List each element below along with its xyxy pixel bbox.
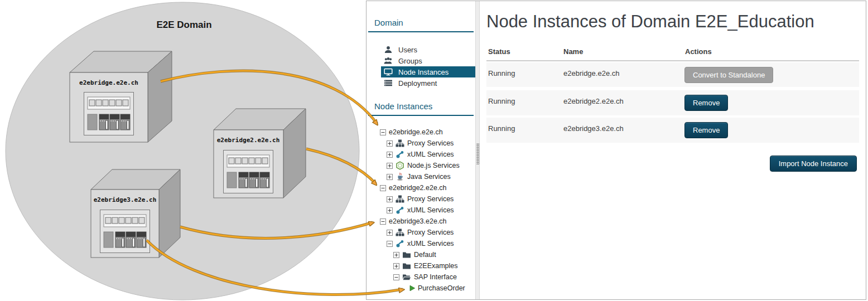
sidebar-item-label: Users [398, 46, 417, 54]
deployment-icon [384, 79, 393, 88]
node-instances-tree: e2ebridge.e2e.ch Proxy Services xUML Ser… [367, 127, 475, 294]
collapse-icon[interactable] [380, 185, 386, 191]
proxy-services-icon [396, 228, 404, 237]
tree-item-label: Node.js Services [407, 162, 460, 169]
tree-item-xuml-services[interactable]: xUML Services [367, 238, 475, 249]
convert-to-standalone-button[interactable]: Convert to Standalone [684, 67, 773, 83]
expand-icon[interactable] [393, 252, 399, 258]
tree-item-folder-default[interactable]: Default [367, 249, 475, 260]
expand-icon[interactable] [393, 263, 399, 269]
main-content: Node Instances of Domain E2E_Education S… [480, 1, 866, 299]
table-row: Running e2ebridge.e2e.ch Convert to Stan… [486, 62, 859, 87]
collapse-icon[interactable] [387, 241, 393, 247]
tree-item-label: E2EExamples [414, 262, 458, 270]
tree-item-label: e2ebridge.e2e.ch [389, 128, 443, 136]
tree-item-label: Java Services [407, 173, 451, 181]
collapse-icon[interactable] [380, 219, 386, 225]
tree-item-label: xUML Services [407, 240, 454, 247]
expand-icon[interactable] [387, 207, 393, 213]
tree-item-label: Proxy Services [407, 229, 454, 236]
table-header-divider [486, 60, 859, 61]
expand-icon[interactable] [387, 230, 393, 236]
proxy-services-icon [396, 195, 404, 203]
tree-item-proxy-services[interactable]: Proxy Services [367, 227, 475, 238]
column-header-actions: Actions [685, 47, 712, 56]
tree-item-label: SAP Interface [414, 273, 457, 281]
remove-button[interactable]: Remove [684, 122, 728, 138]
tree-item-label: Proxy Services [407, 195, 454, 203]
expand-icon[interactable] [387, 196, 393, 202]
tree-item-label: PurchaseOrder [418, 284, 465, 292]
sidebar: Domain Users Groups Node Instances Dep [367, 1, 475, 299]
folder-icon [402, 261, 411, 270]
server-box-3: e2ebridge3.e2e.ch [91, 169, 180, 258]
screenshot-stage: E2E Domain e2ebridge.e2e.ch e2ebridge2.e… [0, 0, 868, 301]
server-box-1: e2ebridge.e2e.ch [70, 51, 172, 142]
expand-icon[interactable] [387, 163, 393, 169]
domain-menu: Users Groups Node Instances Deployment [381, 44, 475, 89]
sidebar-item-label: Groups [398, 57, 422, 65]
domain-diagram-title: E2E Domain [156, 20, 211, 30]
server-box-2-label: e2ebridge2.e2e.ch [217, 137, 280, 144]
server-box-3-label: e2ebridge3.e2e.ch [94, 196, 157, 203]
tree-item-xuml-services[interactable]: xUML Services [367, 205, 475, 216]
remove-button[interactable]: Remove [684, 95, 728, 111]
tree-item-label: xUML Services [407, 151, 454, 158]
table-header: Status Name Actions [486, 47, 859, 59]
table-row: Running e2ebridge2.e2e.ch Remove [486, 90, 859, 115]
tree-item-xuml-services[interactable]: xUML Services [367, 149, 475, 160]
sidebar-item-node-instances[interactable]: Node Instances [381, 66, 475, 77]
user-icon [384, 45, 393, 54]
sidebar-item-label: Deployment [398, 79, 437, 88]
sidebar-item-groups[interactable]: Groups [381, 55, 475, 66]
import-node-instance-button[interactable]: Import Node Instance [770, 156, 857, 172]
server-box-1-label: e2ebridge.e2e.ch [79, 79, 138, 86]
tree-item-label: Default [414, 251, 436, 259]
tree-item-folder-e2eexamples[interactable]: E2EExamples [367, 260, 475, 271]
status-cell: Running [488, 97, 515, 105]
sidebar-item-label: Node Instances [398, 68, 449, 76]
domain-ellipse [6, 2, 359, 300]
tree-item-nodejs-services[interactable]: Node.js Services [367, 160, 475, 171]
domain-diagram: E2E Domain e2ebridge.e2e.ch e2ebridge2.e… [0, 0, 367, 301]
tree-item-label: e2ebridge3.e2e.ch [389, 217, 447, 225]
service-play-icon [409, 285, 416, 292]
tree-item-label: e2ebridge2.e2e.ch [389, 184, 447, 192]
xuml-services-icon [396, 206, 404, 215]
sidebar-item-users[interactable]: Users [381, 44, 475, 55]
sidebar-item-deployment[interactable]: Deployment [381, 77, 475, 89]
tree-item-folder-sap-interface[interactable]: SAP Interface [367, 271, 475, 283]
monitor-icon [384, 67, 393, 76]
tree-item-node[interactable]: e2ebridge2.e2e.ch [367, 182, 475, 193]
column-header-status: Status [488, 47, 510, 56]
admin-console-panel: Domain Users Groups Node Instances Dep [366, 1, 866, 300]
nodejs-services-icon [396, 161, 404, 170]
java-services-icon [396, 172, 404, 181]
users-icon [384, 56, 393, 65]
sidebar-splitter[interactable] [475, 1, 480, 299]
proxy-services-icon [396, 139, 404, 148]
expand-icon[interactable] [387, 152, 393, 158]
tree-item-node[interactable]: e2ebridge3.e2e.ch [367, 216, 475, 227]
collapse-icon[interactable] [393, 274, 399, 280]
expand-icon[interactable] [387, 140, 393, 147]
tree-item-java-services[interactable]: Java Services [367, 171, 475, 182]
tree-item-node[interactable]: e2ebridge.e2e.ch [367, 127, 475, 138]
name-cell: e2ebridge.e2e.ch [563, 69, 619, 77]
table-row: Running e2ebridge3.e2e.ch Remove [486, 118, 859, 143]
node-instances-section-rule [368, 115, 474, 116]
name-cell: e2ebridge2.e2e.ch [563, 97, 624, 105]
tree-item-proxy-services[interactable]: Proxy Services [367, 193, 475, 205]
node-instances-section-header: Node Instances [374, 100, 469, 113]
domain-section-header: Domain [374, 17, 469, 29]
tree-item-service-purchaseorder[interactable]: PurchaseOrder [367, 283, 475, 294]
page-title: Node Instances of Domain E2E_Education [486, 11, 814, 32]
name-cell: e2ebridge3.e2e.ch [563, 124, 624, 133]
expand-icon[interactable] [387, 174, 393, 180]
column-header-name: Name [563, 47, 583, 56]
folder-icon [402, 250, 411, 259]
tree-item-proxy-services[interactable]: Proxy Services [367, 138, 475, 149]
splitter-grip-icon [476, 143, 479, 164]
collapse-icon[interactable] [380, 129, 386, 135]
xuml-services-icon [396, 239, 404, 248]
